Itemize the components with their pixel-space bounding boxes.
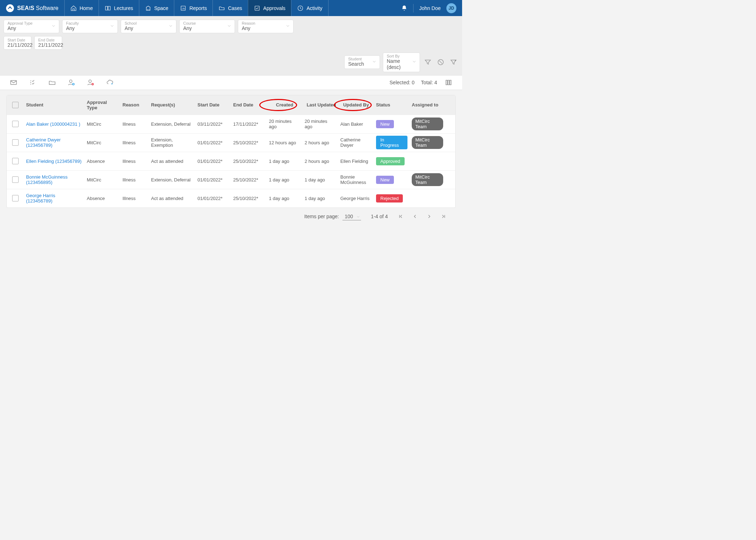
filter-apply-button[interactable] xyxy=(423,57,433,67)
student-link[interactable]: Ellen Fielding (123456789) xyxy=(26,159,81,164)
folder-icon xyxy=(219,5,225,11)
top-navbar: SEAtS Software Home Lectures Space Repor… xyxy=(0,0,462,16)
col-updated-by[interactable]: Updated By xyxy=(338,100,374,110)
per-page-select[interactable]: 100 xyxy=(342,213,361,220)
assigned-chip[interactable]: MitCirc Team xyxy=(412,118,443,130)
page-last-icon[interactable] xyxy=(441,214,446,219)
student-link[interactable]: Catherine Dwyer (123456789) xyxy=(26,137,61,148)
filter-clear-button[interactable] xyxy=(436,57,446,67)
assigned-chip[interactable]: MitCirc Team xyxy=(412,136,443,149)
cell-end-date: 25/10/2022* xyxy=(231,194,267,203)
action-folder[interactable] xyxy=(47,78,57,88)
book-icon xyxy=(105,5,111,11)
folder-open-icon xyxy=(48,79,56,86)
row-checkbox[interactable] xyxy=(12,195,19,201)
seats-logo-icon xyxy=(6,4,14,12)
total-count: Total: 4 xyxy=(421,80,437,85)
nav-lectures[interactable]: Lectures xyxy=(99,0,139,16)
filter-school[interactable]: SchoolAny xyxy=(121,20,176,33)
status-badge: Approved xyxy=(376,157,405,165)
select-all-checkbox[interactable] xyxy=(12,102,19,108)
table-row[interactable]: George Harris (123456789) Absence Illnes… xyxy=(7,189,455,208)
chevron-down-icon xyxy=(372,59,377,64)
row-checkbox[interactable] xyxy=(12,139,19,146)
table-row[interactable]: Alan Baker (1000004231 ) MitCirc Illness… xyxy=(7,115,455,133)
action-mail[interactable] xyxy=(9,78,19,88)
cell-reason: Illness xyxy=(120,119,149,129)
col-student[interactable]: Student xyxy=(24,100,85,110)
approvals-table: Student Approval Type Reason Request(s) … xyxy=(6,95,456,208)
student-link[interactable]: George Harris (123456789) xyxy=(26,193,55,204)
filter-bar: Approval TypeAny FacultyAny SchoolAny Co… xyxy=(0,16,462,76)
columns-icon xyxy=(445,79,452,86)
user-name[interactable]: John Doe xyxy=(419,5,441,11)
page-prev-icon[interactable] xyxy=(412,214,418,219)
svg-rect-3 xyxy=(255,6,259,10)
filter-end-date[interactable]: End Date21/11/2022 xyxy=(34,36,62,50)
page-next-icon[interactable] xyxy=(426,214,432,219)
action-cloud-sync[interactable] xyxy=(105,78,115,88)
cell-updated-by: Ellen Fielding xyxy=(338,156,374,166)
col-created[interactable]: Created xyxy=(267,100,302,110)
cell-last-updated: 1 day ago xyxy=(302,194,338,203)
cell-updated-by: Alan Baker xyxy=(338,119,374,129)
action-assign-remove[interactable] xyxy=(86,78,96,88)
cell-requests: Extension, Deferral xyxy=(149,175,195,185)
action-assign-add[interactable] xyxy=(66,78,76,88)
col-end-date[interactable]: End Date xyxy=(231,100,267,110)
page-range: 1-4 of 4 xyxy=(371,214,388,219)
chevron-down-icon xyxy=(110,24,115,29)
col-approval-type[interactable]: Approval Type xyxy=(85,98,120,112)
student-link[interactable]: Alan Baker (1000004231 ) xyxy=(26,121,80,127)
cell-end-date: 17/11/2022* xyxy=(231,119,267,129)
filter-course[interactable]: CourseAny xyxy=(179,20,235,33)
user-avatar[interactable]: JD xyxy=(446,3,456,13)
nav-home[interactable]: Home xyxy=(64,0,99,16)
filter-approval-type[interactable]: Approval TypeAny xyxy=(4,20,59,33)
page-first-icon[interactable] xyxy=(398,214,404,219)
nav-cases[interactable]: Cases xyxy=(212,0,248,16)
row-checkbox[interactable] xyxy=(12,158,19,164)
cell-last-updated: 2 hours ago xyxy=(302,156,338,166)
student-link[interactable]: Bonnie McGuinness (123456895) xyxy=(26,174,67,185)
column-settings-button[interactable] xyxy=(444,78,454,88)
cancel-icon xyxy=(437,59,444,66)
nav-reports[interactable]: Reports xyxy=(174,0,212,16)
action-checklist[interactable] xyxy=(28,78,38,88)
filter-save-button[interactable] xyxy=(449,57,459,67)
table-row[interactable]: Bonnie McGuinness (123456895) MitCirc Il… xyxy=(7,170,455,189)
col-start-date[interactable]: Start Date xyxy=(195,100,231,110)
filter-faculty[interactable]: FacultyAny xyxy=(62,20,118,33)
filter-student[interactable]: StudentSearch xyxy=(344,55,380,69)
assigned-chip[interactable]: MitCirc Team xyxy=(412,173,443,186)
col-status[interactable]: Status xyxy=(374,100,410,110)
table-row[interactable]: Ellen Fielding (123456789) Absence Illne… xyxy=(7,152,455,170)
mail-icon xyxy=(10,79,17,86)
filter-start-date[interactable]: Start Date21/11/2022 xyxy=(4,36,31,50)
brand-text: SEAtS Software xyxy=(17,5,59,11)
col-last-updated[interactable]: Last Updated xyxy=(302,100,338,110)
cell-end-date: 25/10/2022* xyxy=(231,175,267,185)
nav-space[interactable]: Space xyxy=(139,0,174,16)
row-checkbox[interactable] xyxy=(12,121,19,127)
cell-last-updated: 20 minutes ago xyxy=(302,116,338,131)
table-row[interactable]: Catherine Dwyer (123456789) MitCirc Illn… xyxy=(7,133,455,152)
col-requests[interactable]: Request(s) xyxy=(149,100,195,110)
funnel-icon xyxy=(424,59,431,66)
bell-icon[interactable] xyxy=(401,5,407,11)
nav-approvals[interactable]: Approvals xyxy=(248,0,291,16)
table-header: Student Approval Type Reason Request(s) … xyxy=(7,95,455,115)
activity-icon xyxy=(297,5,304,11)
svg-point-8 xyxy=(70,80,72,82)
funnel-plus-icon xyxy=(450,59,457,66)
brand-logo[interactable]: SEAtS Software xyxy=(0,0,64,16)
status-badge: New xyxy=(376,120,394,128)
filter-reason[interactable]: ReasonAny xyxy=(238,20,294,33)
col-reason[interactable]: Reason xyxy=(120,100,149,110)
svg-point-6 xyxy=(455,60,456,61)
status-badge: New xyxy=(376,176,394,184)
filter-sort-by[interactable]: Sort ByName (desc) xyxy=(383,52,420,72)
nav-activity[interactable]: Activity xyxy=(291,0,328,16)
row-checkbox[interactable] xyxy=(12,176,19,183)
col-assigned-to[interactable]: Assigned to xyxy=(410,100,445,110)
